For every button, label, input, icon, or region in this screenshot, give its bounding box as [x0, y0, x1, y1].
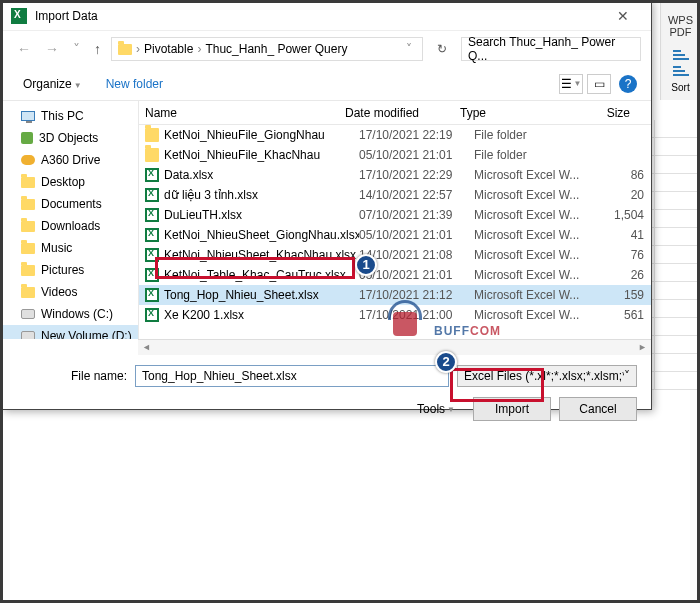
excel-app-icon	[11, 8, 27, 24]
close-button[interactable]: ✕	[603, 8, 643, 24]
col-type[interactable]: Type	[460, 106, 580, 120]
ribbon-panel: WPS PDF Sort	[660, 0, 700, 100]
tree-item-label: Videos	[41, 285, 77, 299]
col-date[interactable]: Date modified	[345, 106, 460, 120]
file-type: Microsoft Excel W...	[474, 308, 594, 322]
back-button[interactable]: ←	[13, 41, 35, 57]
file-row[interactable]: KetNoi_NhieuFile_GiongNhau17/10/2021 22:…	[139, 125, 651, 145]
cell[interactable]	[655, 318, 700, 336]
tree-item-label: Pictures	[41, 263, 84, 277]
organize-button[interactable]: Organize▼	[17, 73, 88, 95]
sort-button-group[interactable]: Sort	[663, 50, 698, 93]
breadcrumb-item[interactable]: Pivotable	[144, 42, 193, 56]
file-date: 05/10/2021 21:01	[359, 228, 474, 242]
view-details-button[interactable]: ▭	[587, 74, 611, 94]
refresh-button[interactable]: ↻	[429, 42, 455, 56]
file-row[interactable]: Tong_Hop_Nhieu_Sheet.xlsx17/10/2021 21:1…	[139, 285, 651, 305]
file-size: 159	[594, 288, 644, 302]
dialog-title: Import Data	[35, 9, 603, 23]
help-button[interactable]: ?	[619, 75, 637, 93]
chevron-down-icon: ˅	[624, 369, 630, 383]
cell[interactable]	[655, 264, 700, 282]
folder-tree[interactable]: This PC3D ObjectsA360 DriveDesktopDocume…	[3, 101, 138, 339]
filename-input[interactable]	[135, 365, 449, 387]
file-row[interactable]: Xe K200 1.xlsx17/10/2021 21:00Microsoft …	[139, 305, 651, 325]
excel-file-icon	[145, 188, 159, 202]
folder-icon	[21, 243, 35, 254]
file-row[interactable]: dữ liệu 3 tỉnh.xlsx14/10/2021 22:57Micro…	[139, 185, 651, 205]
recent-dropdown[interactable]: ˅	[69, 41, 84, 57]
list-header[interactable]: Name Date modified Type Size	[139, 101, 651, 125]
cloud-icon	[21, 155, 35, 165]
excel-file-icon	[145, 288, 159, 302]
details-icon: ▭	[594, 77, 605, 91]
file-row[interactable]: DuLieuTH.xlsx07/10/2021 21:39Microsoft E…	[139, 205, 651, 225]
tree-item[interactable]: A360 Drive	[3, 149, 138, 171]
file-row[interactable]: KetNoi_NhieuSheet_GiongNhau.xlsx05/10/20…	[139, 225, 651, 245]
tree-item[interactable]: Videos	[3, 281, 138, 303]
wps-tab[interactable]: WPS PDF	[663, 14, 698, 38]
breadcrumb-item[interactable]: Thuc_Hanh_ Power Query	[205, 42, 347, 56]
breadcrumb-sep: ›	[197, 42, 201, 56]
tree-item[interactable]: Pictures	[3, 259, 138, 281]
cell[interactable]	[655, 138, 700, 156]
up-button[interactable]: ↑	[90, 41, 105, 57]
file-date: 17/10/2021 22:19	[359, 128, 474, 142]
tree-item[interactable]: 3D Objects	[3, 127, 138, 149]
sort-za-icon	[673, 66, 689, 80]
cell[interactable]	[655, 174, 700, 192]
tree-item[interactable]: Desktop	[3, 171, 138, 193]
file-name: Tong_Hop_Nhieu_Sheet.xlsx	[164, 288, 359, 302]
file-row[interactable]: KetNoi_NhieuFile_KhacNhau05/10/2021 21:0…	[139, 145, 651, 165]
tree-item[interactable]: This PC	[3, 105, 138, 127]
pc-icon	[21, 111, 35, 121]
horizontal-scrollbar[interactable]	[138, 339, 651, 355]
drv-icon	[21, 309, 35, 319]
cell[interactable]	[655, 192, 700, 210]
cell[interactable]	[655, 282, 700, 300]
cell[interactable]	[655, 246, 700, 264]
tree-item[interactable]: Windows (C:)	[3, 303, 138, 325]
file-date: 05/10/2021 21:01	[359, 268, 474, 282]
cell[interactable]	[655, 156, 700, 174]
cell[interactable]	[655, 228, 700, 246]
view-list-button[interactable]: ☰▼	[559, 74, 583, 94]
col-name[interactable]: Name	[145, 106, 345, 120]
file-type: Microsoft Excel W...	[474, 248, 594, 262]
tree-item-label: A360 Drive	[41, 153, 100, 167]
file-size: 1,504	[594, 208, 644, 222]
search-placeholder: Search Thuc_Hanh_ Power Q...	[468, 35, 634, 63]
cell[interactable]	[655, 336, 700, 354]
tree-item[interactable]: Music	[3, 237, 138, 259]
tree-item-label: Windows (C:)	[41, 307, 113, 321]
folder-icon	[145, 148, 159, 162]
excel-file-icon	[145, 208, 159, 222]
toolbar: Organize▼ New folder ☰▼ ▭ ?	[3, 67, 651, 101]
search-input[interactable]: Search Thuc_Hanh_ Power Q...	[461, 37, 641, 61]
folder-icon	[21, 287, 35, 298]
tree-item[interactable]: Documents	[3, 193, 138, 215]
tree-item-label: 3D Objects	[39, 131, 98, 145]
file-date: 14/10/2021 22:57	[359, 188, 474, 202]
cancel-button[interactable]: Cancel	[559, 397, 637, 421]
new-folder-button[interactable]: New folder	[100, 73, 169, 95]
cell[interactable]	[655, 354, 700, 372]
file-list[interactable]: Name Date modified Type Size KetNoi_Nhie…	[138, 101, 651, 339]
cell[interactable]	[655, 300, 700, 318]
breadcrumb[interactable]: › Pivotable › Thuc_Hanh_ Power Query ˅	[111, 37, 423, 61]
tree-item[interactable]: New Volume (D:)	[3, 325, 138, 339]
cell[interactable]	[655, 120, 700, 138]
tree-item[interactable]: Downloads	[3, 215, 138, 237]
file-date: 17/10/2021 22:29	[359, 168, 474, 182]
breadcrumb-dropdown[interactable]: ˅	[402, 42, 416, 56]
tools-dropdown[interactable]: Tools ▼	[417, 402, 455, 416]
file-size: 41	[594, 228, 644, 242]
cell[interactable]	[655, 372, 700, 390]
tree-item-label: Documents	[41, 197, 102, 211]
file-row[interactable]: Data.xlsx17/10/2021 22:29Microsoft Excel…	[139, 165, 651, 185]
col-size[interactable]: Size	[580, 106, 630, 120]
file-type: File folder	[474, 148, 594, 162]
file-name: KetNoi_NhieuFile_GiongNhau	[164, 128, 359, 142]
forward-button: →	[41, 41, 63, 57]
cell[interactable]	[655, 210, 700, 228]
